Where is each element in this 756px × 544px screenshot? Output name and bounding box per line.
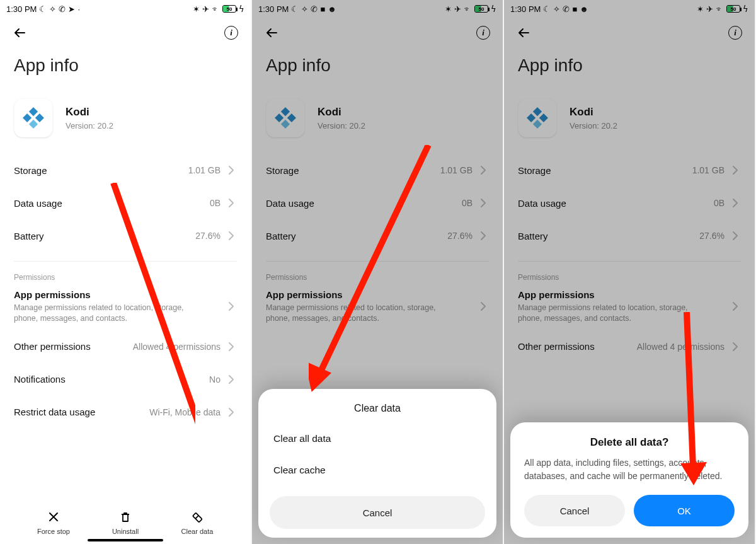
app-header: Kodi Version: 20.2 bbox=[0, 95, 251, 154]
chevron-right-icon bbox=[226, 340, 237, 353]
status-bar: 1:30 PM ☾ ✧ ✆ ➤ · ✶ ✈ ᯤ 50 ϟ bbox=[0, 0, 251, 18]
whatsapp-icon: ✆ bbox=[59, 5, 66, 13]
info-icon: i bbox=[224, 26, 238, 40]
eraser-icon bbox=[191, 511, 203, 523]
back-arrow-icon bbox=[12, 26, 27, 40]
row-storage[interactable]: Storage 1.01 GB bbox=[0, 154, 251, 187]
charging-icon: ϟ bbox=[239, 5, 244, 13]
chevron-right-icon bbox=[226, 373, 237, 386]
phone-screen-3: 1:30 PM ☾ ✧ ✆ ■ ☻ ✶ ✈ ᯤ 50 ϟ i App info bbox=[504, 0, 756, 544]
app-icon bbox=[14, 98, 53, 137]
dialog-ok-button[interactable]: OK bbox=[634, 495, 735, 526]
uninstall-button[interactable]: Uninstall bbox=[104, 510, 147, 535]
notifications-value: No bbox=[209, 374, 220, 385]
dialog-cancel-button[interactable]: Cancel bbox=[524, 495, 625, 526]
chevron-right-icon bbox=[226, 406, 237, 419]
home-indicator[interactable] bbox=[88, 539, 163, 541]
row-battery[interactable]: Battery 27.6% bbox=[0, 219, 251, 252]
app-name: Kodi bbox=[66, 106, 113, 119]
dialog-title: Delete all data? bbox=[524, 436, 735, 449]
chevron-right-icon bbox=[226, 164, 237, 177]
other-permissions-label: Other permissions bbox=[14, 341, 91, 352]
telegram-icon: ➤ bbox=[68, 5, 75, 13]
clear-data-button[interactable]: Clear data bbox=[176, 510, 219, 535]
storage-value: 1.01 GB bbox=[188, 165, 220, 175]
restrict-value: Wi-Fi, Mobile data bbox=[149, 407, 220, 417]
trash-icon bbox=[119, 511, 132, 523]
clear-all-data-option[interactable]: Clear all data bbox=[270, 423, 485, 454]
chevron-right-icon bbox=[226, 197, 237, 209]
chevron-right-icon bbox=[226, 300, 237, 313]
force-stop-button[interactable]: Force stop bbox=[32, 510, 75, 535]
row-data-usage[interactable]: Data usage 0B bbox=[0, 187, 251, 219]
page-title: App info bbox=[0, 48, 251, 95]
clear-cache-option[interactable]: Clear cache bbox=[270, 454, 485, 486]
row-other-permissions[interactable]: Other permissions Allowed 4 permissions bbox=[0, 330, 251, 363]
bottom-action-bar: Force stop Uninstall Clear data bbox=[0, 510, 251, 535]
info-button[interactable]: i bbox=[220, 22, 242, 43]
airplane-icon: ✈ bbox=[202, 5, 209, 13]
other-permissions-value: Allowed 4 permissions bbox=[133, 342, 220, 352]
data-usage-value: 0B bbox=[210, 198, 220, 208]
status-time: 1:30 PM bbox=[6, 4, 37, 14]
uninstall-label: Uninstall bbox=[112, 528, 139, 535]
app-permissions-label: App permissions bbox=[14, 289, 203, 300]
kodi-logo-icon bbox=[21, 105, 46, 130]
sheet-title: Clear data bbox=[270, 399, 485, 423]
dnd-moon-icon: ☾ bbox=[39, 5, 47, 13]
battery-icon: 50 bbox=[222, 5, 236, 13]
vibrate-off-icon: ✧ bbox=[49, 5, 56, 13]
clear-data-sheet: Clear data Clear all data Clear cache Ca… bbox=[258, 389, 496, 538]
app-permissions-sub: Manage permissions related to location, … bbox=[14, 303, 203, 324]
permissions-section-label: Permissions bbox=[0, 267, 251, 283]
battery-label: Battery bbox=[14, 231, 44, 241]
divider bbox=[14, 261, 237, 262]
delete-all-data-dialog: Delete all data? All app data, including… bbox=[510, 422, 748, 538]
row-restrict-data[interactable]: Restrict data usage Wi-Fi, Mobile data bbox=[0, 396, 251, 429]
page-toolbar: i bbox=[0, 18, 251, 48]
data-usage-label: Data usage bbox=[14, 198, 62, 209]
row-app-permissions[interactable]: App permissions Manage permissions relat… bbox=[0, 283, 251, 330]
notifications-label: Notifications bbox=[14, 374, 66, 385]
wifi-icon: ᯤ bbox=[212, 5, 220, 13]
dialog-body: All app data, including files, settings,… bbox=[524, 456, 735, 482]
more-icon: · bbox=[77, 5, 80, 13]
phone-screen-2: 1:30 PM ☾ ✧ ✆ ■ ☻ ✶ ✈ ᯤ 50 ϟ i App info bbox=[252, 0, 504, 544]
battery-value: 27.6% bbox=[195, 231, 220, 241]
phone-screen-1: 1:30 PM ☾ ✧ ✆ ➤ · ✶ ✈ ᯤ 50 ϟ bbox=[0, 0, 252, 544]
storage-label: Storage bbox=[14, 165, 47, 176]
back-button[interactable] bbox=[9, 22, 30, 43]
force-stop-label: Force stop bbox=[37, 528, 70, 535]
app-version: Version: 20.2 bbox=[66, 121, 113, 130]
chevron-right-icon bbox=[226, 229, 237, 242]
clear-data-label: Clear data bbox=[181, 528, 214, 535]
sheet-cancel-button[interactable]: Cancel bbox=[270, 496, 485, 529]
row-notifications[interactable]: Notifications No bbox=[0, 363, 251, 396]
close-icon bbox=[47, 511, 60, 523]
bluetooth-icon: ✶ bbox=[193, 5, 200, 13]
restrict-label: Restrict data usage bbox=[14, 407, 95, 417]
